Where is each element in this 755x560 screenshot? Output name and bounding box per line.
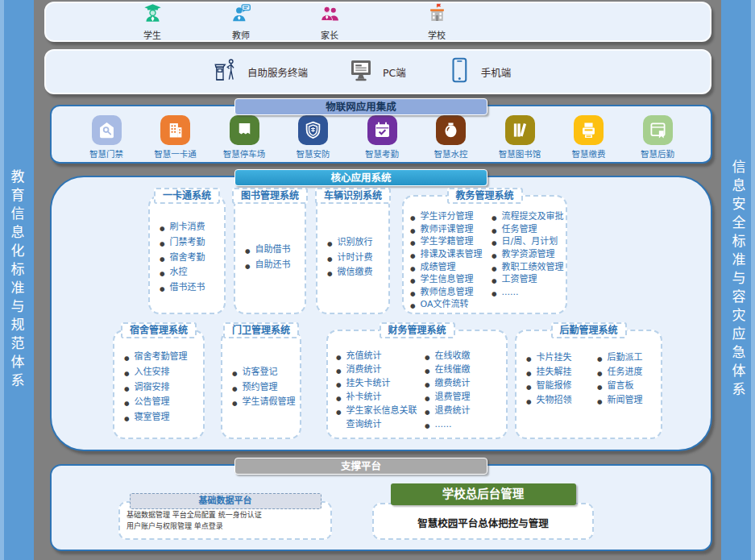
system-item-list: 识别放行 计时计费 微信缴费 (327, 235, 373, 280)
left-standards-rail: 教育信息化标准与规范体系 (0, 0, 34, 560)
user-role-label: 学生 (143, 28, 161, 41)
system-box-onecard: 一卡通系统 刷卡消费 门禁考勤 宿舍考勤 水控 借书还书 (148, 195, 226, 314)
system-item: 挂失解挂 (526, 365, 597, 380)
system-item: 补卡统计 (336, 390, 425, 404)
iot-item-parking: 智慧停车场 (214, 115, 275, 160)
iot-item-payment: 智慧缴费 (558, 115, 620, 160)
system-item: 学生评分管理 (410, 210, 492, 223)
system-item: 退费管理 (425, 390, 471, 404)
library-icon (505, 115, 535, 145)
system-item: 寝室管理 (124, 410, 188, 425)
system-item-list: 自助借书 自助还书 (245, 243, 291, 272)
onecard-icon (160, 115, 190, 145)
system-item-list: 流程提交及审批 任务管理 日/周、月计划 教学资源管理 教职工绩效管理 工资管理… (492, 210, 564, 298)
parking-icon (230, 115, 259, 145)
core-systems-panel: 核心应用系统 一卡通系统 刷卡消费 门禁考勤 宿舍考勤 水控 借书还书 图书管理… (50, 176, 712, 451)
system-item: 预约管理 (232, 380, 296, 396)
system-item: 宿舍考勤 (160, 251, 205, 266)
system-item-list: 后勤派工 任务进度 留言板 新闻管理 (597, 351, 643, 407)
iot-item-label: 智慧一卡通 (154, 147, 197, 160)
attendance-icon (367, 115, 397, 145)
system-item: 退费统计 (425, 404, 471, 417)
system-item: 学生家长信息关联查询统计 (336, 404, 425, 431)
access-control-icon (92, 115, 122, 145)
parent-icon (319, 2, 341, 27)
terminal-pc: PC端 (346, 54, 406, 89)
logistics-icon (643, 115, 673, 145)
system-box-vehicle: 车辆识别系统 识别放行 计时计费 微信缴费 (316, 195, 390, 314)
system-box-logistics: 后勤管理系统 卡片挂失 挂失解挂 智能报修 失物招领 后勤派工 任务进度 留言板… (515, 330, 662, 439)
user-role-student: 学生 (128, 2, 176, 41)
core-section-band: 核心应用系统 (234, 169, 487, 186)
system-item: ...... (492, 286, 564, 299)
user-role-school: 学校 (413, 2, 461, 41)
phone-icon (445, 54, 474, 89)
iot-item-water: 智慧水控 (421, 115, 482, 160)
right-standards-rail: 信息安全标准与容灾应急体系 (721, 0, 755, 560)
system-item: 学生请假管理 (232, 395, 296, 410)
system-title: 一卡通系统 (154, 188, 220, 204)
system-item-list: 刷卡消费 门禁考勤 宿舍考勤 水控 借书还书 (160, 220, 205, 295)
base-data-platform-box: 基础数据平台 基础数据管理 平台全局配置 统一身份认证 用户账户与权限管理 单点… (118, 501, 332, 540)
iot-item-label: 智慧缴费 (572, 147, 606, 160)
system-item-list: 卡片挂失 挂失解挂 智能报修 失物招领 (526, 351, 597, 407)
security-icon (298, 115, 328, 145)
support-section-band: 支撑平台 (234, 458, 487, 475)
base-platform-features-line: 用户账户与权限管理 单点登录 (127, 521, 330, 532)
system-item: 任务进度 (597, 365, 643, 380)
system-item: OA文件流转 (410, 298, 492, 311)
school-admin-description: 智慧校园平台总体把控与管理 (374, 515, 592, 530)
system-item: 后勤派工 (597, 351, 643, 365)
system-title: 后勤管理系统 (550, 322, 626, 338)
student-icon (142, 2, 164, 27)
left-rail-label: 教育信息化标准与规范体系 (7, 169, 27, 392)
iot-item-label: 智慧门禁 (89, 147, 123, 160)
terminals-panel: 自助服务终端 PC端 手机端 (44, 49, 711, 94)
system-item: 入住安排 (124, 365, 188, 380)
system-item: 工资管理 (492, 273, 564, 286)
system-item: 刷卡消费 (160, 220, 205, 235)
iot-item-label: 智慧后勤 (641, 147, 674, 160)
user-role-label: 家长 (321, 28, 338, 41)
base-platform-features-line: 基础数据管理 平台全局配置 统一身份认证 (127, 509, 330, 521)
school-admin-title: 学校总后台管理 (391, 483, 576, 505)
system-item: 留言板 (597, 379, 643, 393)
iot-section-band: 物联网应用集成 (234, 98, 487, 115)
system-item: 学生学籍管理 (410, 235, 492, 248)
system-item: 公告管理 (124, 395, 188, 410)
system-item: 宿舍考勤管理 (124, 350, 188, 365)
system-box-library: 图书管理系统 自助借书 自助还书 (234, 195, 306, 314)
system-box-gate: 门卫管理系统 访客登记 预约管理 学生请假管理 (221, 330, 301, 439)
system-box-academic: 教务管理系统 学生评分管理 教师评课管理 学生学籍管理 排课及课表管理 成绩管理… (402, 195, 567, 314)
iot-item-onecard: 智慧一卡通 (145, 115, 206, 160)
user-role-teacher: 教师 (217, 2, 265, 41)
support-platform-panel: 支撑平台 基础数据平台 基础数据管理 平台全局配置 统一身份认证 用户账户与权限… (50, 464, 712, 551)
iot-item-security: 智慧安防 (283, 115, 344, 160)
water-control-icon (436, 115, 466, 145)
system-item: 在线催缴 (425, 363, 471, 376)
user-role-parent: 家长 (305, 2, 354, 41)
system-item: 挂失卡统计 (336, 376, 425, 390)
system-item: 缴费统计 (425, 376, 471, 390)
system-item: 学生信息管理 (410, 273, 492, 286)
system-item: 门禁考勤 (160, 235, 205, 251)
system-title: 图书管理系统 (232, 188, 308, 204)
system-item: 微信缴费 (327, 265, 373, 280)
system-item: 自助还书 (245, 258, 291, 273)
base-data-platform-title: 基础数据平台 (130, 493, 321, 509)
right-rail-label: 信息安全标准与容灾应急体系 (728, 160, 749, 400)
iot-item-logistics: 智慧后勤 (627, 115, 688, 160)
system-item: 排课及课表管理 (410, 248, 492, 261)
user-roles-panel: 学生 教师 家长 (44, 2, 711, 42)
user-role-label: 教师 (232, 28, 250, 41)
teacher-icon (230, 2, 252, 27)
terminal-label: PC端 (383, 64, 406, 80)
terminal-phone: 手机端 (445, 54, 512, 89)
school-icon (426, 2, 448, 27)
system-item: 日/周、月计划 (492, 235, 564, 248)
system-item: 水控 (160, 265, 205, 280)
system-item: 充值统计 (336, 349, 425, 363)
system-item-list: 在线收缴 在线催缴 缴费统计 退费管理 退费统计 ...... (425, 349, 471, 431)
system-title: 门卫管理系统 (223, 322, 299, 338)
terminal-kiosk: 自助服务终端 (211, 54, 308, 89)
